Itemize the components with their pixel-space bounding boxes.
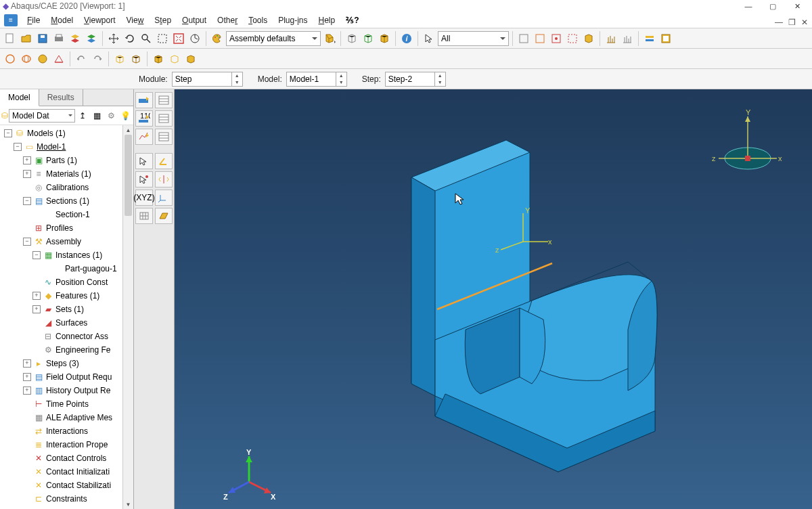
tool-field-output-icon[interactable]: 11010 (135, 110, 153, 127)
tree-node[interactable]: +▸Steps (3) (0, 357, 133, 370)
tab-results[interactable]: Results (39, 89, 83, 106)
doc-close-icon[interactable]: ✕ (801, 18, 808, 27)
tool-create-step-icon[interactable] (135, 92, 153, 108)
tree-node[interactable]: +≡Materials (1) (0, 167, 133, 181)
tool-csys-icon[interactable] (155, 190, 173, 206)
tool-history-manager-icon[interactable] (155, 129, 173, 145)
menu-other[interactable]: Other (212, 14, 243, 27)
module-combo[interactable]: Step▲▼ (172, 72, 243, 87)
maximize-button[interactable]: ▢ (761, 2, 785, 11)
tree-node[interactable]: +◆Features (1) (0, 289, 133, 303)
tree-filter-combo[interactable]: Model Dat (9, 109, 75, 123)
new-icon[interactable] (3, 31, 18, 46)
step-combo[interactable]: Step-2▲▼ (385, 72, 446, 87)
tree-node[interactable]: −▦Instances (1) (0, 248, 133, 262)
tree-filter-icon[interactable]: ▦ (90, 109, 104, 123)
tree-node[interactable]: ⊞Profiles (0, 221, 133, 235)
pan-icon[interactable] (106, 31, 121, 46)
sel5-icon[interactable] (581, 31, 596, 46)
tool-arrow2-icon[interactable] (135, 171, 153, 187)
sel3-icon[interactable] (549, 31, 564, 46)
tool-arrow1-icon[interactable] (135, 153, 153, 169)
doc-restore-icon[interactable]: ❐ (788, 18, 796, 27)
tree-node[interactable]: −▤Sections (1) (0, 194, 133, 208)
close-button[interactable]: ✕ (785, 2, 809, 11)
tree-node[interactable]: ◢Surfaces (0, 316, 133, 330)
selection-filter-combo[interactable]: All (438, 31, 509, 46)
menu-model[interactable]: Model (45, 14, 78, 27)
menu-help[interactable]: Help (313, 14, 341, 27)
sel2-icon[interactable] (533, 31, 547, 46)
menu-step[interactable]: Step (149, 14, 177, 27)
tree-node[interactable]: ≣Interaction Prope (0, 438, 133, 451)
menu-file[interactable]: File (22, 14, 45, 27)
layers2-icon[interactable] (84, 31, 99, 46)
fit-icon[interactable] (171, 31, 186, 46)
hidden-icon[interactable] (361, 31, 376, 46)
tool-plane-icon[interactable] (155, 208, 173, 224)
redo-icon[interactable] (90, 51, 105, 66)
tree-scrollbar[interactable]: ▲ ▼ (122, 125, 133, 509)
menu-output[interactable]: Output (177, 14, 212, 27)
tree-node[interactable]: ✕Contact Stabilizati (0, 479, 133, 492)
zoombox-icon[interactable] (155, 31, 170, 46)
menu-view[interactable]: View (121, 14, 150, 27)
tree-node[interactable]: ✕Contact Controls (0, 451, 133, 465)
persp-icon[interactable] (51, 51, 66, 66)
box4-icon[interactable] (167, 51, 182, 66)
save-icon[interactable] (35, 31, 50, 46)
tree-node[interactable]: +▣Parts (1) (0, 154, 133, 167)
tool-split-icon[interactable] (155, 171, 173, 187)
viewport-3d[interactable]: Y x z Y x z Y X (175, 89, 812, 509)
palette-icon[interactable] (210, 31, 225, 46)
tree-node[interactable]: ⇄Interactions (0, 424, 133, 438)
sphere1-icon[interactable] (3, 51, 18, 66)
tree-node[interactable]: −⚒Assembly (0, 235, 133, 248)
tool-history-output-icon[interactable] (135, 129, 153, 145)
menu-viewport[interactable]: Viewport (78, 14, 120, 27)
wireframe-icon[interactable] (344, 31, 359, 46)
open-icon[interactable] (19, 31, 34, 46)
assembly-defaults-combo[interactable]: Assembly defaults (226, 31, 321, 46)
tree-node[interactable]: ✕Contact Initializati (0, 465, 133, 479)
tree-node[interactable]: ⊟Connector Ass (0, 330, 133, 343)
datum1-icon[interactable] (604, 31, 618, 46)
tree-node[interactable]: +▤Field Output Requ (0, 370, 133, 384)
tree-node[interactable]: −⛁Models (1) (0, 127, 133, 140)
doc-minimize-icon[interactable]: — (775, 18, 783, 27)
tool-xyz-icon[interactable]: (XYZ) (135, 190, 153, 206)
tree-node[interactable]: ⊏Constraints (0, 492, 133, 506)
shaded-icon[interactable] (377, 31, 392, 46)
tree-node[interactable]: Section-1 (0, 208, 133, 221)
tree-node[interactable]: ⚙Engineering Fe (0, 343, 133, 357)
context-help-icon[interactable]: ⅖? (343, 14, 361, 26)
tool-step-manager-icon[interactable] (155, 92, 173, 108)
tree-node[interactable]: −▭Model-1 (0, 140, 133, 154)
zoom-icon[interactable] (139, 31, 154, 46)
model-combo[interactable]: Model-1▲▼ (286, 72, 347, 87)
box5-icon[interactable] (183, 51, 198, 66)
tree-node[interactable]: Part-guagou-1 (0, 262, 133, 275)
tree-node[interactable]: ◎Calibrations (0, 181, 133, 194)
tree-settings-icon[interactable]: ⚙ (104, 109, 118, 123)
tree-node[interactable]: ▦ALE Adaptive Mes (0, 411, 133, 424)
sphere3-icon[interactable] (35, 51, 50, 66)
tool-field-manager-icon[interactable] (155, 110, 173, 127)
tree-node[interactable]: ⊢Time Points (0, 397, 133, 411)
tree-bulb-icon[interactable]: 💡 (118, 109, 132, 123)
print-icon[interactable] (51, 31, 66, 46)
tab-model[interactable]: Model (0, 89, 39, 106)
box1-icon[interactable] (112, 51, 127, 66)
model-tree[interactable]: −⛁Models (1)−▭Model-1+▣Parts (1)+≡Materi… (0, 125, 133, 507)
orientation-triad[interactable]: Y x z (710, 110, 785, 184)
attr2-icon[interactable] (658, 31, 673, 46)
sel1-icon[interactable] (516, 31, 531, 46)
layers-icon[interactable] (68, 31, 83, 46)
minimize-button[interactable]: — (736, 2, 761, 10)
sphere2-icon[interactable] (19, 51, 34, 66)
select-arrow-icon[interactable] (422, 31, 436, 46)
tool-angle-icon[interactable] (155, 153, 173, 169)
tree-node[interactable]: +▥History Output Re (0, 384, 133, 397)
attr1-icon[interactable] (642, 31, 657, 46)
tree-node[interactable]: ∿Position Const (0, 275, 133, 289)
